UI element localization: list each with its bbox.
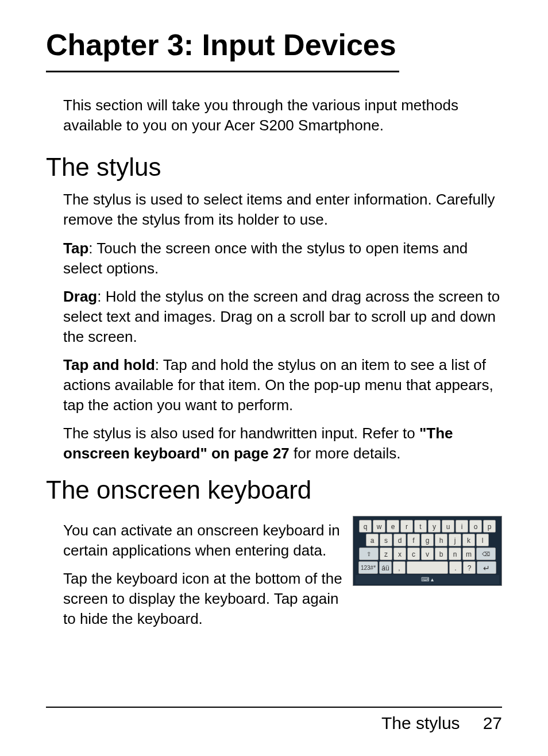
key-comma: , (393, 561, 406, 574)
key-i: i (456, 520, 468, 533)
keyboard-footer-bar: ⌨ ▴ (356, 575, 499, 584)
stylus-intro-paragraph: The stylus is used to select items and e… (63, 190, 502, 230)
key-question: ? (463, 561, 476, 574)
tap-hold-label: Tap and hold (63, 356, 155, 373)
tap-text: : Touch the screen once with the stylus … (63, 240, 468, 277)
key-n: n (449, 547, 461, 560)
keyboard-row-3: ⇧ z x c v b n m ⌫ (356, 547, 499, 560)
handwriting-text-a: The stylus is also used for handwritten … (63, 425, 419, 442)
key-period: . (449, 561, 462, 574)
key-u: u (442, 520, 454, 533)
key-m: m (462, 547, 475, 560)
page: Chapter 3: Input Devices This section wi… (0, 0, 548, 756)
handwriting-text-b: for more details. (290, 445, 401, 462)
key-space (407, 561, 448, 574)
intro-paragraph: This section will take you through the v… (63, 95, 502, 136)
tap-label: Tap (63, 240, 88, 257)
keyboard-toggle-icon: ⌨ ▴ (421, 576, 434, 583)
key-v: v (421, 547, 434, 560)
keyboard-row-2: a s d f g h j k l (356, 534, 499, 546)
key-r: r (400, 520, 413, 533)
key-accents: áü (379, 561, 392, 574)
drag-label: Drag (63, 288, 97, 305)
keyboard-p1: You can activate an onscreen keyboard in… (63, 520, 342, 561)
key-l: l (476, 534, 489, 546)
key-p: p (483, 520, 496, 533)
key-j: j (449, 534, 461, 546)
key-k: k (462, 534, 475, 546)
tap-hold-paragraph: Tap and hold: Tap and hold the stylus on… (63, 355, 502, 415)
key-q: q (359, 520, 372, 533)
key-symbols: 123#* (358, 561, 378, 574)
key-t: t (414, 520, 427, 533)
tap-paragraph: Tap: Touch the screen once with the styl… (63, 238, 502, 279)
keyboard-row-4: 123#* áü , . ? ↵ (356, 561, 499, 574)
key-x: x (393, 547, 406, 560)
drag-paragraph: Drag: Hold the stylus on the screen and … (63, 287, 502, 347)
key-h: h (435, 534, 447, 546)
key-g: g (421, 534, 434, 546)
key-e: e (387, 520, 399, 533)
key-d: d (393, 534, 406, 546)
footer-running-title: The stylus (381, 713, 460, 733)
key-w: w (373, 520, 385, 533)
key-f: f (407, 534, 420, 546)
key-c: c (407, 547, 420, 560)
key-y: y (428, 520, 441, 533)
keyboard-p2: Tap the keyboard icon at the bottom of t… (63, 569, 342, 629)
onscreen-keyboard-figure: q w e r t y u i o p a s d f g h j k l (353, 516, 502, 586)
key-a: a (366, 534, 379, 546)
key-z: z (380, 547, 392, 560)
footer-page-number: 27 (483, 713, 502, 733)
section-onscreen-keyboard: The onscreen keyboard (46, 476, 502, 504)
key-shift-icon: ⇧ (359, 547, 379, 560)
chapter-title: Chapter 3: Input Devices (46, 29, 399, 72)
keyboard-row-1: q w e r t y u i o p (356, 520, 499, 533)
key-o: o (469, 520, 482, 533)
page-footer: The stylus 27 (46, 707, 502, 733)
section-the-stylus: The stylus (46, 153, 502, 182)
handwriting-paragraph: The stylus is also used for handwritten … (63, 423, 502, 464)
drag-text: : Hold the stylus on the screen and drag… (63, 288, 500, 345)
key-enter-icon: ↵ (477, 561, 496, 574)
key-s: s (380, 534, 392, 546)
key-b: b (435, 547, 447, 560)
key-backspace-icon: ⌫ (476, 547, 496, 560)
